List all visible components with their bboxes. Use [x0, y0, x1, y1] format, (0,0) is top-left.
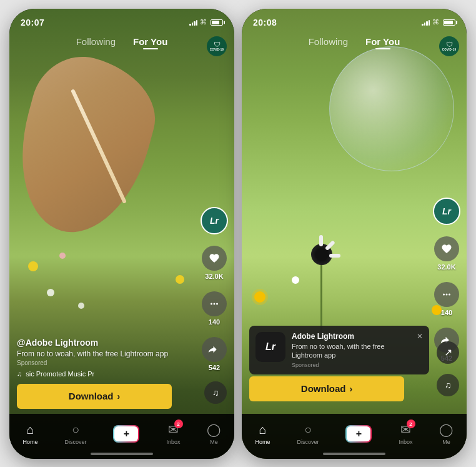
covid-badge-2[interactable]: 🛡 COVID-19 — [439, 36, 459, 56]
download-chevron-icon-2: › — [350, 384, 353, 394]
share-icon-1 — [202, 337, 227, 362]
nav-inbox-1[interactable]: ✉ 2 Inbox — [166, 422, 180, 445]
arrow-icon-2: ↗ — [444, 346, 452, 358]
status-icons-2: ⌘ — [422, 18, 455, 26]
popup-sponsored-2: Sponsored — [292, 362, 410, 368]
home-icon-1: ⌂ — [26, 423, 34, 437]
plus-btn-1[interactable]: + — [113, 425, 139, 443]
nav-discover-1[interactable]: ○ Discover — [64, 423, 86, 445]
nav-create-1[interactable]: + — [113, 425, 139, 443]
svg-point-4 — [446, 293, 448, 295]
avatar-label-1: Lr — [210, 216, 219, 226]
download-btn-text-2: Download — [301, 383, 346, 394]
covid-badge-1[interactable]: 🛡 COVID-19 — [207, 36, 227, 56]
battery-icon-2 — [443, 19, 455, 26]
download-button-1[interactable]: Download › — [17, 384, 172, 409]
share-button-1[interactable]: 542 — [202, 337, 227, 371]
popup-content-2: Adobe Lightroom From no to woah, with th… — [292, 332, 410, 368]
like-count-1: 32.0K — [205, 273, 223, 280]
nav-tabs-1: Following For You — [9, 36, 234, 47]
flower-white-2 — [78, 303, 84, 309]
flower-pink-1 — [59, 253, 66, 259]
wifi-icon-1: ⌘ — [200, 18, 207, 26]
like-button-2[interactable]: 32.0K — [434, 236, 459, 271]
comment-icon-1 — [202, 291, 227, 316]
status-time-2: 20:08 — [253, 18, 277, 28]
tab-foryou-1[interactable]: For You — [133, 36, 167, 47]
status-bar-2: 20:08 ⌘ — [242, 9, 467, 31]
battery-fill-1 — [212, 21, 219, 24]
signal-bars-2 — [422, 19, 430, 26]
tab-foryou-2[interactable]: For You — [365, 36, 400, 47]
signal-bar-2 — [192, 23, 194, 26]
comment-button-1[interactable]: 140 — [202, 291, 227, 326]
battery-icon-1 — [211, 19, 223, 26]
nav-me-1[interactable]: ◯ Me — [207, 422, 221, 445]
download-chevron-icon-1: › — [117, 391, 121, 401]
share-bottom-btn-2[interactable]: ↗ — [437, 341, 459, 364]
inbox-label-1: Inbox — [166, 439, 180, 445]
plus-icon-1: + — [124, 428, 129, 439]
nav-home-2[interactable]: ⌂ Home — [255, 423, 270, 445]
description-1: From no to woah, with the free Lightroom… — [17, 349, 197, 358]
tab-following-1[interactable]: Following — [76, 36, 116, 47]
username-1[interactable]: @Adobe Lightroom — [17, 338, 197, 348]
music-disc-1[interactable]: ♫ — [204, 381, 227, 404]
avatar-2[interactable]: Lr — [433, 198, 460, 225]
nav-discover-2[interactable]: ○ Discover — [297, 423, 319, 445]
music-text-1: sic Promoted Music Pr — [26, 370, 94, 378]
soap-bubble — [329, 46, 454, 171]
signal-bar-2-4 — [429, 20, 430, 26]
heart-icon-1 — [202, 246, 227, 271]
signal-bar-2-3 — [426, 21, 428, 26]
nav-create-2[interactable]: + — [345, 425, 372, 443]
discover-icon-1: ○ — [72, 423, 79, 437]
status-time-1: 20:07 — [21, 18, 44, 28]
popup-card-2: Lr Adobe Lightroom From no to woah, with… — [249, 326, 429, 374]
phone-1: 20:07 ⌘ Following For You 🛡 CO — [9, 9, 234, 459]
status-icons-1: ⌘ — [189, 18, 223, 26]
comment-count-2: 140 — [441, 309, 452, 316]
flower-white-1 — [47, 289, 54, 296]
nav-home-1[interactable]: ⌂ Home — [22, 423, 37, 445]
share-count-1: 542 — [209, 364, 220, 371]
heart-icon-2 — [434, 236, 459, 261]
sponsored-tag-1: Sponsored — [17, 359, 197, 366]
tab-following-2[interactable]: Following — [309, 36, 348, 47]
battery-fill-2 — [444, 21, 453, 24]
nav-me-2[interactable]: ◯ Me — [439, 422, 453, 445]
home-indicator-2 — [323, 453, 385, 455]
petal-3 — [329, 254, 340, 258]
avatar-1[interactable]: Lr — [201, 207, 228, 234]
like-button-1[interactable]: 32.0K — [202, 246, 227, 280]
download-btn-text-1: Download — [69, 391, 114, 401]
wifi-icon-2: ⌘ — [432, 18, 439, 26]
comment-count-1: 140 — [209, 318, 220, 326]
music-disc-2[interactable]: ♫ — [437, 374, 459, 396]
music-bar-1: ♫ sic Promoted Music Pr — [17, 370, 197, 378]
yellow-flower-left — [254, 291, 265, 303]
phone-2: 20:08 ⌘ Following For You 🛡 CO — [242, 9, 467, 459]
shield-icon-2: 🛡 — [446, 41, 453, 48]
flower-yellow-2 — [176, 275, 184, 284]
inbox-badge-dot-1: 2 — [174, 419, 183, 428]
inbox-label-2: Inbox — [399, 439, 412, 445]
signal-bar-4 — [196, 20, 198, 26]
plus-btn-2[interactable]: + — [345, 425, 372, 443]
home-indicator-1 — [91, 453, 153, 455]
svg-point-5 — [449, 293, 450, 295]
popup-close-button-2[interactable]: ✕ — [417, 332, 423, 341]
comment-button-2[interactable]: 140 — [434, 282, 459, 316]
discover-icon-2: ○ — [304, 423, 312, 437]
nav-inbox-2[interactable]: ✉ 2 Inbox — [399, 422, 412, 445]
me-label-1: Me — [210, 439, 218, 445]
covid-text-1: COVID-19 — [210, 48, 224, 51]
download-button-2[interactable]: Download › — [249, 376, 404, 401]
me-icon-2: ◯ — [439, 422, 453, 437]
signal-bar-2-1 — [422, 24, 424, 26]
popup-app-icon-2: Lr — [255, 332, 285, 362]
home-label-1: Home — [22, 439, 37, 445]
home-label-2: Home — [255, 439, 270, 445]
discover-label-2: Discover — [297, 439, 319, 445]
signal-bar-3 — [194, 21, 196, 26]
